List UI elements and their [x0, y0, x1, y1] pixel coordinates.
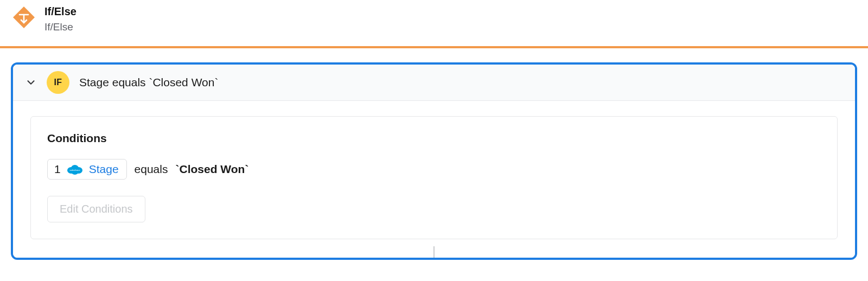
salesforce-icon: salesforce	[66, 163, 84, 175]
step-header-texts: If/Else If/Else	[44, 4, 76, 34]
conditions-card: Conditions 1 salesforce	[30, 116, 838, 239]
chevron-down-icon[interactable]	[25, 76, 37, 88]
conditions-heading: Conditions	[47, 132, 821, 145]
branch-body: Conditions 1 salesforce	[13, 101, 855, 258]
svg-text:salesforce: salesforce	[69, 169, 80, 171]
step-header: If/Else If/Else	[0, 0, 868, 46]
step-title: If/Else	[44, 4, 76, 19]
if-else-step-icon	[12, 5, 36, 29]
edit-conditions-button[interactable]: Edit Conditions	[47, 196, 145, 222]
condition-index: 1	[54, 163, 61, 176]
if-branch-panel: IF Stage equals `Closed Won` Conditions …	[11, 62, 857, 260]
condition-field-name: Stage	[89, 163, 119, 176]
condition-field-chip[interactable]: 1 salesforce Stage	[47, 159, 127, 180]
connector-line	[433, 246, 435, 258]
if-badge: IF	[47, 71, 69, 94]
branch-header[interactable]: IF Stage equals `Closed Won`	[13, 65, 855, 101]
condition-value: `Closed Won`	[175, 163, 248, 176]
condition-row: 1 salesforce Stage equals	[47, 159, 821, 180]
condition-operator: equals	[135, 163, 168, 176]
step-subtitle: If/Else	[44, 20, 76, 34]
branch-summary: Stage equals `Closed Won`	[79, 76, 218, 89]
